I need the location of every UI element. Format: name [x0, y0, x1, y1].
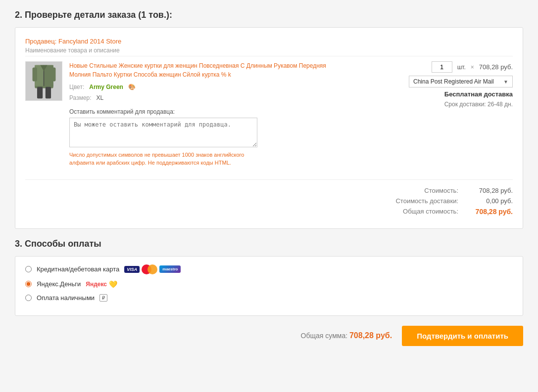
order-totals: Стоимость: 708,28 руб. Стоимость доставк… [25, 179, 513, 216]
svg-rect-3 [32, 67, 37, 81]
payment-label-yandex: Яндекс.Деньги [37, 280, 81, 288]
product-price: 708,28 руб. [479, 63, 513, 71]
delivery-time-label: Срок доставки: 26-48 дн. [444, 101, 513, 108]
payment-radio-yandex[interactable] [25, 281, 32, 287]
yandex-payment-icons: Яндекс 💛 [86, 280, 117, 288]
payment-label-cash: Оплата наличными [37, 294, 95, 302]
color-value: Army Green [89, 84, 123, 90]
quantity-price-shipping: шт. × 708,28 руб. China Post Registered … [354, 61, 513, 108]
payment-option-card[interactable]: Кредитная/дебетовая карта VISA maestro [25, 264, 513, 274]
color-label: Цвет: [69, 84, 84, 90]
product-details: Новые Стильные Женские куртки для женщин… [69, 61, 347, 167]
bottom-bar: Общая сумма: 708,28 руб. Подтвердить и о… [15, 326, 523, 346]
comment-input[interactable] [69, 118, 257, 147]
grand-total-value: 708,28 руб. [468, 208, 513, 216]
card-payment-icons: VISA maestro [124, 264, 181, 274]
free-delivery-label: Бесплатная доставка [444, 90, 513, 98]
product-attributes: Цвет: Army Green 🎨 Размер: XL [69, 82, 347, 103]
payment-radio-card[interactable] [25, 266, 32, 272]
seller-name[interactable]: Fancyland 2014 Store [58, 38, 121, 45]
payment-option-cash[interactable]: Оплата наличными ₽ [25, 294, 513, 302]
chevron-down-icon: ▼ [503, 79, 508, 85]
total-summary-value: 708,28 руб. [349, 331, 392, 340]
maestro-icon: maestro [159, 265, 181, 273]
shipping-cost-label: Стоимость доставки: [379, 197, 458, 205]
section-3-title: 3. Способы оплаты [15, 239, 523, 249]
size-label: Размер: [69, 94, 92, 101]
shipping-dropdown[interactable]: China Post Registered Air Mail ▼ [409, 76, 513, 87]
total-summary: Общая сумма: 708,28 руб. [301, 331, 392, 340]
mastercard-icon [142, 264, 157, 274]
section-2-title: 2. Проверьте детали заказа (1 тов.): [15, 10, 523, 20]
cost-label: Стоимость: [379, 187, 458, 194]
svg-rect-8 [37, 87, 42, 98]
confirm-pay-button[interactable]: Подтвердить и оплатить [402, 326, 523, 346]
comment-label: Оставить комментарий для продавца: [69, 108, 347, 115]
shipping-cost-value: 0,00 руб. [468, 197, 513, 205]
product-row: Новые Стильные Женские куртки для женщин… [25, 56, 513, 172]
svg-rect-9 [45, 87, 50, 98]
grand-total-label: Общая стоимость: [379, 208, 458, 216]
size-value: XL [97, 94, 104, 101]
payment-card: Кредитная/дебетовая карта VISA maestro Я… [15, 256, 523, 316]
unit-label: шт. [457, 64, 466, 71]
quantity-input[interactable] [432, 61, 452, 73]
column-header-product: Наименование товара и описание [25, 47, 513, 54]
order-details-card: Продавец: Fancyland 2014 Store Наименова… [15, 27, 523, 229]
cash-payment-icons: ₽ [99, 294, 107, 302]
grand-total-row: Общая стоимость: 708,28 руб. [25, 208, 513, 216]
cash-icon: ₽ [99, 294, 107, 302]
payment-radio-cash[interactable] [25, 295, 32, 301]
cost-row: Стоимость: 708,28 руб. [25, 187, 513, 194]
payment-option-yandex[interactable]: Яндекс.Деньги Яндекс 💛 [25, 280, 513, 288]
product-image [25, 61, 62, 101]
svg-rect-4 [51, 67, 55, 81]
cost-value: 708,28 руб. [468, 187, 513, 194]
seller-info: Продавец: Fancyland 2014 Store [25, 38, 513, 45]
comment-hint: Число допустимых символов не превышает 1… [69, 151, 257, 167]
yandex-logo-icon: Яндекс [86, 281, 107, 288]
payment-label-card: Кредитная/дебетовая карта [37, 265, 119, 273]
visa-icon: VISA [124, 266, 140, 273]
multiply-sign: × [471, 64, 474, 71]
product-title[interactable]: Новые Стильные Женские куртки для женщин… [69, 61, 347, 79]
total-summary-label: Общая сумма: [301, 332, 347, 340]
shipping-cost-row: Стоимость доставки: 0,00 руб. [25, 197, 513, 205]
shipping-method-label: China Post Registered Air Mail [413, 78, 494, 85]
yandex-money-icon: 💛 [109, 280, 117, 288]
